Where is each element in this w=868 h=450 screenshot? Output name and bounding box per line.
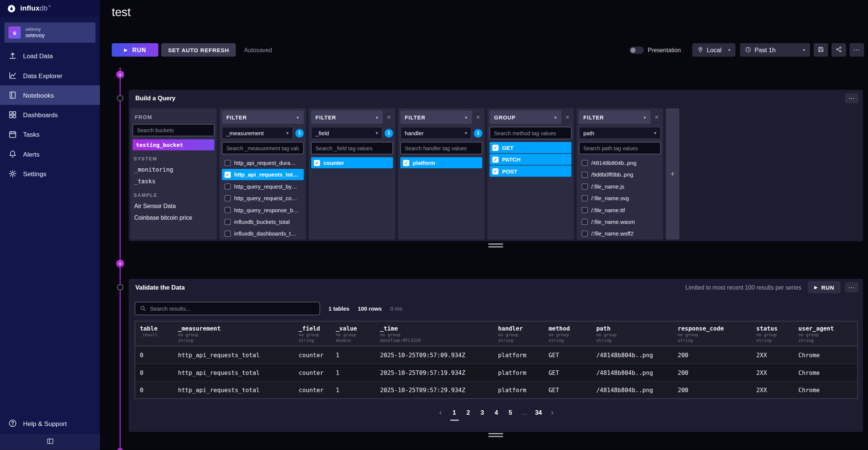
pagination-page-2[interactable]: 2: [462, 407, 474, 418]
influxdb-logo[interactable]: influxdb™: [0, 0, 100, 17]
add-filter-column-button[interactable]: +: [666, 108, 679, 239]
sidebar-item-settings[interactable]: Settings: [0, 164, 100, 183]
tag-value-item[interactable]: ✓GET: [489, 142, 571, 153]
pagination-page-3[interactable]: 3: [476, 407, 488, 418]
cell-options-button[interactable]: ⋯: [845, 93, 859, 103]
tag-value-search-input[interactable]: [579, 142, 661, 154]
pagination-page-5[interactable]: 5: [504, 407, 516, 418]
checkbox-icon: [582, 195, 588, 201]
remove-column-button[interactable]: ×: [563, 110, 571, 124]
bucket-item[interactable]: Coinbase bitcoin price: [132, 212, 214, 223]
bucket-search-input[interactable]: [132, 124, 214, 136]
tag-value-search-input[interactable]: [489, 127, 571, 139]
query-column-filter-4: FILTER▾×path▾/48148b804b..png/9d8b0ff0bb…: [577, 108, 663, 239]
resize-handle[interactable]: [488, 243, 503, 247]
close-icon: ×: [654, 113, 658, 121]
sidebar-item-dashboards[interactable]: Dashboards: [0, 105, 100, 124]
pagination-page-1[interactable]: 1: [448, 407, 460, 418]
sidebar-item-data-explorer[interactable]: Data Explorer: [0, 66, 100, 85]
tag-select-dropdown[interactable]: handler▾: [400, 127, 472, 139]
tag-value-item[interactable]: influxdb_buckets_total: [222, 216, 304, 227]
bucket-item[interactable]: Air Sensor Data: [132, 200, 214, 211]
bucket-item-selected[interactable]: testing_bucket: [132, 139, 214, 150]
column-type-dropdown[interactable]: FILTER▾: [222, 110, 304, 124]
user-menu[interactable]: s setevoy setevoy: [5, 23, 95, 43]
tag-value-item[interactable]: /9d8b0ff0bb..png: [579, 169, 661, 180]
tag-value-item[interactable]: /:file_name.js: [579, 181, 661, 192]
query-column-filter-0: FILTER▾_measurement▾1http_api_request_du…: [220, 108, 306, 239]
tag-value-search-input[interactable]: [222, 142, 304, 154]
sidebar-item-tasks[interactable]: Tasks: [0, 125, 100, 144]
column-type-dropdown[interactable]: FILTER▾: [400, 110, 472, 124]
pagination-page-34[interactable]: 34: [533, 407, 544, 418]
remove-column-button[interactable]: ×: [474, 110, 482, 124]
tag-value-item[interactable]: influxdb_dashboards_t…: [222, 228, 304, 237]
table-cell: counter: [294, 381, 332, 398]
table-cell: counter: [294, 347, 332, 364]
tag-value-item[interactable]: http_query_request_by…: [222, 181, 304, 192]
column-type-dropdown[interactable]: GROUP▾: [489, 110, 561, 124]
add-cell-button-top[interactable]: +: [116, 71, 124, 79]
pagination-page-…[interactable]: …: [518, 407, 530, 418]
share-button[interactable]: [832, 43, 846, 57]
presentation-toggle[interactable]: [629, 46, 644, 53]
sidebar-item-help-support[interactable]: Help & Support: [0, 414, 100, 433]
tag-value-search-input[interactable]: [311, 142, 393, 154]
tag-value-item[interactable]: /:file_name.ttf: [579, 204, 661, 216]
tag-value-item[interactable]: /:file_name.woff2: [579, 228, 661, 237]
save-button[interactable]: [813, 43, 828, 57]
run-button-label: RUN: [132, 47, 146, 53]
tag-select-dropdown[interactable]: _field▾: [311, 127, 382, 139]
pagination-prev-button[interactable]: ‹: [435, 407, 446, 418]
graph-icon: [8, 71, 17, 80]
tag-value-item[interactable]: ✓platform: [400, 157, 482, 168]
query-columns: FILTER▾_measurement▾1http_api_request_du…: [220, 108, 663, 239]
sidebar-collapse-button[interactable]: [0, 434, 100, 450]
chevron-down-icon: ▾: [465, 115, 468, 119]
table-cell: Chrome: [794, 347, 857, 364]
tag-value-item[interactable]: ✓counter: [311, 157, 393, 168]
tag-value-item[interactable]: /:file_name.svg: [579, 192, 661, 204]
tag-value-item[interactable]: ✓PATCH: [489, 154, 571, 165]
results-search-input[interactable]: [150, 305, 315, 311]
tag-select-dropdown[interactable]: _measurement▾: [222, 127, 293, 139]
tag-value-item[interactable]: http_query_response_b…: [222, 204, 304, 216]
add-cell-button-middle[interactable]: +: [116, 260, 124, 268]
chevron-down-icon: ▾: [297, 115, 299, 119]
column-type-dropdown[interactable]: FILTER▾: [311, 110, 383, 124]
run-button[interactable]: ▶ RUN: [112, 43, 158, 57]
remove-column-button[interactable]: ×: [385, 110, 393, 124]
sidebar-item-notebooks[interactable]: Notebooks: [0, 85, 100, 105]
table-cell: Chrome: [794, 381, 857, 398]
bucket-item[interactable]: _tasks: [132, 175, 214, 187]
checkbox-icon: ✓: [492, 156, 498, 162]
checkbox-icon: [224, 207, 230, 213]
sidebar-item-load-data[interactable]: Load Data: [0, 46, 100, 65]
tag-value-item[interactable]: ✓POST: [489, 166, 571, 177]
tag-select-dropdown[interactable]: path▾: [579, 127, 661, 139]
cell-run-button[interactable]: ▶ RUN: [808, 281, 840, 293]
cell-node-icon: [117, 95, 124, 101]
set-auto-refresh-button[interactable]: SET AUTO REFRESH: [161, 43, 236, 57]
timezone-dropdown[interactable]: Local ▾: [692, 43, 735, 57]
column-type-dropdown[interactable]: FILTER▾: [579, 110, 651, 124]
pagination-page-4[interactable]: 4: [491, 407, 502, 418]
column-type-label: FILTER: [583, 114, 604, 120]
sidebar-item-alerts[interactable]: Alerts: [0, 144, 100, 164]
tag-value-item[interactable]: http_query_request_co…: [222, 192, 304, 204]
sidebar-item-label: Tasks: [23, 131, 39, 138]
bucket-item[interactable]: _monitoring: [132, 164, 214, 175]
resize-handle[interactable]: [488, 433, 503, 437]
tag-value-item[interactable]: http_api_request_dura…: [222, 157, 304, 168]
cell-options-button[interactable]: ⋯: [845, 282, 859, 292]
query-builder: FROM testing_bucketSYSTEM_monitoring_tas…: [129, 107, 863, 241]
remove-column-button[interactable]: ×: [652, 110, 660, 124]
time-range-dropdown[interactable]: Past 1h ▾: [740, 43, 810, 57]
pagination-next-button[interactable]: ›: [547, 407, 558, 418]
tag-value-item[interactable]: /:file_name.wasm: [579, 216, 661, 227]
tag-value-item[interactable]: ✓http_api_requests_tot…: [222, 169, 304, 180]
tag-value-search-input[interactable]: [400, 142, 482, 154]
add-cell-button-bottom[interactable]: +: [116, 448, 124, 450]
more-options-button[interactable]: ⋯: [850, 43, 864, 57]
tag-value-item[interactable]: /48148b804b..png: [579, 157, 661, 168]
